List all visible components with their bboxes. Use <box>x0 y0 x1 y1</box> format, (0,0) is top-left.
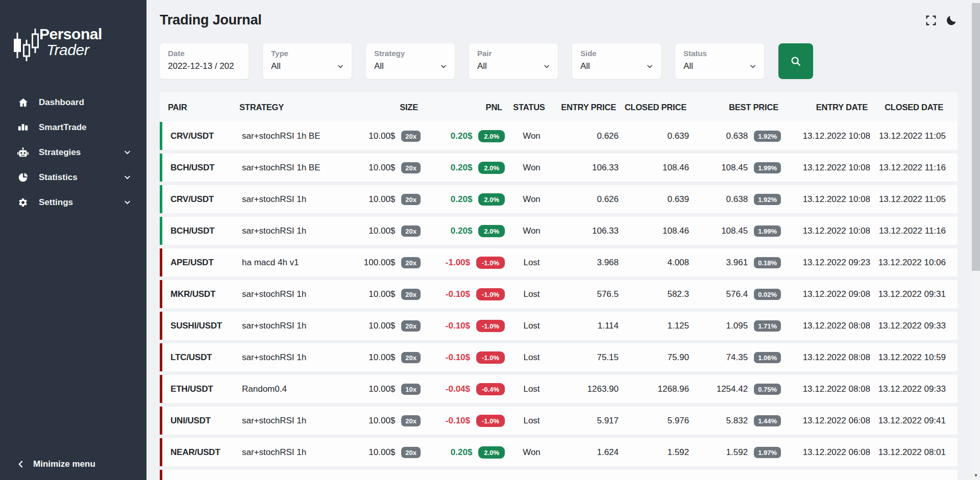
closed-price-cell: 0.639 <box>619 131 689 141</box>
best-price-value: 1254.42 <box>717 384 748 394</box>
best-price-cell: 74.35 1.06% <box>689 352 781 363</box>
pnl-value: -0.10$ <box>446 289 470 299</box>
bar-chart-icon <box>17 122 29 133</box>
page-title: Trading Journal <box>160 12 262 28</box>
scrollbar-down-arrow[interactable]: ▼ <box>972 472 980 479</box>
size-cell: 10.00$ 20x <box>344 320 421 332</box>
pair-cell: NEAR/USDT <box>170 447 242 458</box>
size-cell: 10.00$ 20x <box>344 415 421 426</box>
filter-status[interactable]: Status All <box>675 43 764 79</box>
table-row-partial[interactable] <box>160 470 958 480</box>
chevron-down-icon <box>337 63 344 70</box>
entry-price-cell: 1263.90 <box>558 384 619 394</box>
filter-label: Side <box>580 49 653 58</box>
strategy-cell: sar+stochRSI 1h BE <box>242 131 344 141</box>
status-cell: Lost <box>505 384 558 394</box>
sidebar-item-statistics[interactable]: Statistics <box>0 165 146 190</box>
leverage-badge: 20x <box>401 257 421 268</box>
home-icon <box>17 97 29 108</box>
dark-mode-moon-icon[interactable] <box>945 14 958 27</box>
status-cell: Lost <box>505 289 558 299</box>
best-price-cell: 1.095 1.71% <box>689 320 781 332</box>
pair-cell: MKR/USDT <box>170 289 242 299</box>
pnl-cell: 0.20$ 2.0% <box>421 162 505 174</box>
closed-date-cell: 13.12.2022 08:01 <box>870 447 946 458</box>
entry-date-cell: 13.12.2022 06:08 <box>781 416 870 426</box>
best-percent-badge: 0.75% <box>754 384 781 395</box>
strategy-cell: ha macd 4h v1 <box>242 258 344 268</box>
date-range-value: 2022-12-13 / 202 <box>168 61 234 71</box>
table-row[interactable]: ETH/USDT Random0.4 10.00$ 10x -0.04$ -0.… <box>160 375 958 403</box>
robot-icon <box>17 147 29 158</box>
sidebar-item-dashboard[interactable]: Dashboard <box>0 90 146 115</box>
pie-chart-icon <box>17 172 29 183</box>
size-value: 10.00$ <box>369 384 395 394</box>
filter-value: All <box>477 61 487 71</box>
table-row[interactable]: MKR/USDT sar+stochRSI 1h 10.00$ 20x -0.1… <box>160 280 958 308</box>
filter-date[interactable]: Date 2022-12-13 / 202 <box>160 43 249 79</box>
size-value: 10.00$ <box>369 131 395 141</box>
pair-cell: SUSHI/USDT <box>170 321 242 331</box>
closed-date-cell: 13.12.2022 10:06 <box>870 258 946 268</box>
search-button[interactable] <box>778 43 813 79</box>
status-cell: Won <box>505 447 558 458</box>
strategy-cell: sar+stochRSI 1h <box>242 289 344 299</box>
column-header-closed-price: CLOSED PRICE <box>616 103 687 112</box>
pnl-percent-badge: -1.0% <box>476 288 505 300</box>
table-row[interactable]: APE/USDT ha macd 4h v1 100.00$ 20x -1.00… <box>160 248 958 276</box>
brand-logo: Personal Trader <box>0 0 146 63</box>
size-cell: 10.00$ 10x <box>344 384 421 395</box>
search-icon <box>790 56 801 67</box>
pnl-cell: 0.20$ 2.0% <box>421 446 505 459</box>
best-percent-badge: 1.92% <box>754 194 781 205</box>
table-row[interactable]: CRV/USDT sar+stochRSI 1h BE 10.00$ 20x 0… <box>160 122 958 150</box>
table-row[interactable]: LTC/USDT sar+stochRSI 1h 10.00$ 20x -0.1… <box>160 343 958 371</box>
pnl-cell: 0.20$ 2.0% <box>421 130 505 142</box>
sidebar-item-smarttrade[interactable]: SmartTrade <box>0 115 146 140</box>
table-row[interactable]: UNI/USDT sar+stochRSI 1h 10.00$ 20x -0.1… <box>160 407 958 435</box>
pnl-value: -0.04$ <box>446 384 470 394</box>
entry-date-cell: 13.12.2022 10:08 <box>781 194 870 205</box>
leverage-badge: 20x <box>401 225 421 237</box>
pair-cell: CRV/USDT <box>170 194 242 205</box>
sidebar: Personal Trader Dashboard SmartTrade <box>0 0 146 480</box>
column-header-pair: PAIR <box>168 103 239 112</box>
leverage-badge: 20x <box>401 352 421 363</box>
entry-price-cell: 1.624 <box>558 447 619 458</box>
filter-pair[interactable]: Pair All <box>469 43 558 79</box>
pnl-percent-badge: -1.0% <box>476 257 505 269</box>
filter-type[interactable]: Type All <box>263 43 352 79</box>
minimize-menu-label: Minimize menu <box>33 459 95 469</box>
best-price-value: 576.4 <box>726 289 748 299</box>
filter-value: All <box>683 61 693 71</box>
closed-price-cell: 108.46 <box>619 226 689 236</box>
minimize-menu-button[interactable]: Minimize menu <box>17 459 95 469</box>
vertical-scrollbar[interactable]: ▼ <box>972 0 980 480</box>
leverage-badge: 20x <box>401 162 421 173</box>
sidebar-item-settings[interactable]: Settings <box>0 190 146 215</box>
column-header-strategy: STRATEGY <box>239 103 341 112</box>
pnl-cell: -1.00$ -1.0% <box>421 257 505 269</box>
fullscreen-icon[interactable] <box>925 15 937 26</box>
table-row[interactable]: CRV/USDT sar+stochRSI 1h 10.00$ 20x 0.20… <box>160 185 958 213</box>
closed-date-cell: 13.12.2022 09:31 <box>870 289 946 299</box>
status-cell: Won <box>505 131 558 141</box>
pair-cell: BCH/USDT <box>170 226 242 236</box>
table-row[interactable]: SUSHI/USDT sar+stochRSI 1h 10.00$ 20x -0… <box>160 312 958 340</box>
entry-date-cell: 13.12.2022 10:08 <box>781 131 870 141</box>
sidebar-item-strategies[interactable]: Strategies <box>0 140 146 165</box>
pair-cell: CRV/USDT <box>170 131 242 141</box>
filter-label: Date <box>168 49 241 58</box>
table-row[interactable]: BCH/USDT sar+stochRSI 1h BE 10.00$ 20x 0… <box>160 154 958 182</box>
closed-date-cell: 13.12.2022 09:33 <box>870 384 946 394</box>
pair-cell: BCH/USDT <box>170 163 242 173</box>
scrollbar-thumb[interactable] <box>972 3 980 271</box>
strategy-cell: sar+stochRSI 1h <box>242 352 344 363</box>
best-percent-badge: 1.92% <box>754 131 781 142</box>
closed-price-cell: 4.008 <box>619 258 689 268</box>
table-row[interactable]: NEAR/USDT sar+stochRSI 1h 10.00$ 20x 0.2… <box>160 438 958 466</box>
table-row[interactable]: BCH/USDT sar+stochRSI 1h 10.00$ 20x 0.20… <box>160 217 958 245</box>
entry-price-cell: 75.15 <box>558 352 619 363</box>
filter-strategy[interactable]: Strategy All <box>366 43 455 79</box>
filter-side[interactable]: Side All <box>572 43 661 79</box>
